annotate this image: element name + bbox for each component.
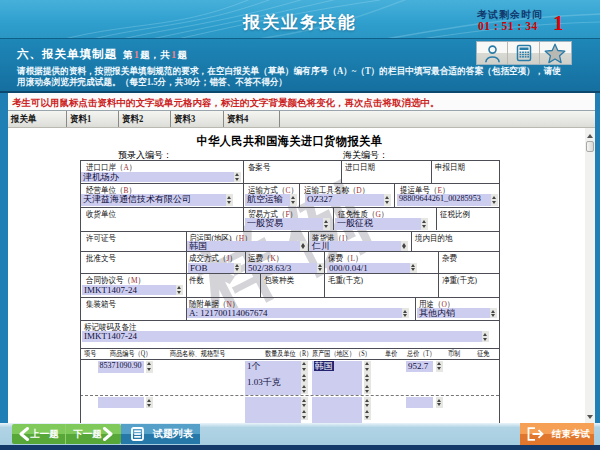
- field-value-contract_no[interactable]: IMKT1407-24: [82, 285, 176, 296]
- spinner-item2-origin0[interactable]: [364, 397, 371, 409]
- spin-down-icon[interactable]: [492, 201, 496, 204]
- spin-up-icon[interactable]: [235, 173, 239, 176]
- spin-down-icon[interactable]: [402, 246, 406, 249]
- item2-code[interactable]: [98, 397, 145, 408]
- finish-exam-button[interactable]: 结束考试: [520, 423, 594, 445]
- spin-up-icon[interactable]: [437, 399, 441, 402]
- spin-up-icon[interactable]: [324, 220, 328, 223]
- spinner-departure_country[interactable]: [300, 241, 307, 251]
- person-button[interactable]: [477, 42, 508, 64]
- spin-down-icon[interactable]: [302, 416, 306, 419]
- spin-down-icon[interactable]: [422, 225, 426, 228]
- item1-origin-selected[interactable]: 韩国: [314, 361, 334, 371]
- spin-up-icon[interactable]: [491, 310, 495, 313]
- spinner-transport_mode[interactable]: [290, 194, 297, 206]
- spin-down-icon[interactable]: [147, 404, 151, 407]
- spin-down-icon[interactable]: [147, 368, 151, 371]
- item2-total[interactable]: [406, 397, 433, 408]
- spin-up-icon[interactable]: [235, 264, 239, 267]
- spin-up-icon[interactable]: [302, 410, 306, 413]
- spin-down-icon[interactable]: [291, 201, 295, 204]
- spin-down-icon[interactable]: [483, 338, 487, 341]
- field-value-port[interactable]: 津机场办: [81, 172, 234, 183]
- spin-up-icon[interactable]: [365, 410, 369, 413]
- item2-origin[interactable]: [312, 397, 362, 423]
- spinner-item1-code[interactable]: [146, 361, 153, 373]
- spin-down-icon[interactable]: [437, 403, 441, 406]
- spin-down-icon[interactable]: [491, 314, 495, 317]
- spin-up-icon[interactable]: [365, 374, 369, 377]
- question-list-button[interactable]: 试题列表: [121, 424, 200, 444]
- spinner-loading_port[interactable]: [401, 241, 408, 251]
- field-value-levy_nature[interactable]: 一般征税: [335, 218, 421, 230]
- field-value-operator[interactable]: 天津益海通信技术有限公司: [81, 194, 226, 206]
- spin-down-icon[interactable]: [235, 268, 239, 271]
- field-value-loading_port[interactable]: 仁川: [310, 241, 401, 251]
- favorite-button[interactable]: [540, 42, 571, 64]
- scrollbar-thumb[interactable]: [586, 141, 594, 152]
- spinner-item2-qty1[interactable]: [301, 409, 308, 421]
- spinner-item2-total[interactable]: [436, 397, 443, 408]
- spin-down-icon[interactable]: [302, 404, 306, 407]
- spinner-item1-qty0[interactable]: [301, 361, 308, 373]
- spinner-trade_mode[interactable]: [323, 218, 330, 230]
- spin-up-icon[interactable]: [411, 264, 415, 267]
- spinner-deal_mode[interactable]: [234, 263, 241, 273]
- scroll-down-arrow-icon[interactable]: [587, 415, 593, 419]
- spin-down-icon[interactable]: [365, 379, 369, 382]
- spinner-attached_docs[interactable]: [402, 308, 409, 318]
- spin-up-icon[interactable]: [291, 196, 295, 199]
- calculator-button[interactable]: [508, 42, 539, 64]
- spin-up-icon[interactable]: [365, 385, 369, 388]
- tab-material-3[interactable]: 资料3: [171, 111, 224, 127]
- field-value-transport_name[interactable]: OZ327: [305, 194, 384, 206]
- spin-down-icon[interactable]: [365, 368, 369, 371]
- spinner-item1-origin2[interactable]: [364, 383, 371, 394]
- field-value-trade_mode[interactable]: 一般贸易: [245, 218, 323, 230]
- spin-up-icon[interactable]: [403, 310, 407, 313]
- field-value-transport_mode[interactable]: 航空运输: [245, 194, 290, 206]
- spinner-freight[interactable]: [317, 263, 324, 273]
- spin-up-icon[interactable]: [227, 196, 231, 199]
- spinner-port[interactable]: [234, 172, 241, 183]
- spinner-item1-total[interactable]: [436, 361, 443, 372]
- spin-up-icon[interactable]: [302, 374, 306, 377]
- item1-origin[interactable]: 韩国: [312, 361, 362, 395]
- spin-up-icon[interactable]: [147, 399, 151, 402]
- spin-down-icon[interactable]: [437, 367, 441, 370]
- field-value-bill_no[interactable]: 98809644261_00285953: [397, 194, 491, 206]
- spin-down-icon[interactable]: [385, 201, 389, 204]
- spin-down-icon[interactable]: [302, 390, 306, 393]
- spinner-transport_name[interactable]: [384, 194, 391, 206]
- spin-down-icon[interactable]: [227, 201, 231, 204]
- next-question-button[interactable]: 下一题: [65, 424, 121, 444]
- spinner-item1-origin1[interactable]: [364, 372, 371, 383]
- spin-down-icon[interactable]: [365, 404, 369, 407]
- item1-code[interactable]: 85371090.90: [98, 361, 145, 373]
- field-value-deal_mode[interactable]: FOB: [188, 263, 234, 273]
- spin-up-icon[interactable]: [302, 399, 306, 402]
- spin-down-icon[interactable]: [403, 314, 407, 317]
- tab-material-4[interactable]: 资料4: [224, 111, 280, 127]
- spinner-item1-qty1[interactable]: [301, 372, 308, 383]
- item1-total[interactable]: 952.7: [406, 361, 433, 372]
- spinner-insurance[interactable]: [410, 263, 417, 273]
- field-value-insurance[interactable]: 000/0.04/1: [327, 263, 410, 273]
- spinner-item1-qty2[interactable]: [301, 383, 308, 394]
- tab-material-1[interactable]: 资料1: [67, 111, 119, 127]
- spin-down-icon[interactable]: [302, 368, 306, 371]
- spin-down-icon[interactable]: [177, 291, 181, 294]
- field-value-attached_docs[interactable]: A: 121700114067674: [187, 308, 402, 318]
- spinner-operator[interactable]: [226, 194, 233, 206]
- spinner-usage[interactable]: [490, 308, 497, 318]
- spin-down-icon[interactable]: [365, 416, 369, 419]
- spin-up-icon[interactable]: [177, 286, 181, 289]
- field-value-usage[interactable]: 其他内销: [417, 308, 490, 318]
- spinner-item2-origin1[interactable]: [364, 409, 371, 421]
- spin-up-icon[interactable]: [483, 333, 487, 336]
- spin-down-icon[interactable]: [324, 225, 328, 228]
- item2-qty[interactable]: [245, 397, 301, 423]
- spin-down-icon[interactable]: [318, 268, 322, 271]
- spin-up-icon[interactable]: [365, 362, 369, 365]
- scroll-up-arrow-icon[interactable]: [587, 134, 593, 138]
